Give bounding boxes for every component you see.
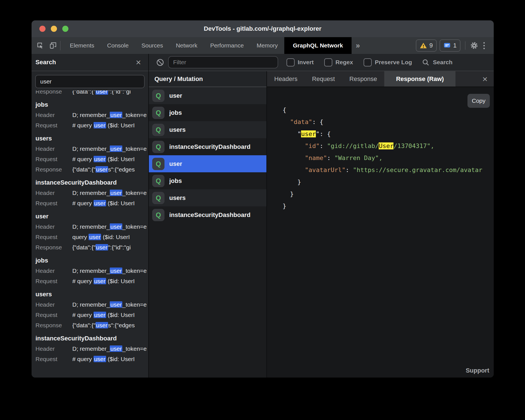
query-row-user-selected[interactable]: Quser — [149, 155, 266, 172]
result-line-label: Header — [35, 299, 72, 310]
invert-checkbox-label: Invert — [298, 59, 314, 66]
result-line-label: Response — [35, 90, 72, 97]
query-list: QuserQjobsQusersQinstanceSecurityDashboa… — [149, 87, 266, 223]
tab-console[interactable]: Console — [101, 37, 135, 54]
search-result-line[interactable]: HeaderD; remember_user_token=e — [35, 188, 148, 198]
toolbar-search-button[interactable]: Search — [422, 59, 452, 66]
tab-memory[interactable]: Memory — [250, 37, 284, 54]
search-result-line[interactable]: Response{"data":{"user":{"id":"gi — [35, 242, 148, 252]
query-row-label: user — [169, 92, 182, 99]
tab-graphql-network[interactable]: GraphQL Network — [284, 37, 352, 54]
preserve-log-checkbox-group[interactable]: Preserve Log — [364, 58, 412, 66]
search-result-line[interactable]: Request# query user ($id: UserI — [35, 354, 148, 364]
text-segment: "gid://gitlab/ — [327, 142, 379, 149]
search-result-group[interactable]: userHeaderD; remember_user_token=eReques… — [35, 211, 148, 252]
invert-checkbox[interactable] — [287, 58, 295, 66]
query-row-jobs[interactable]: Qjobs — [149, 104, 266, 121]
settings-gear-icon[interactable] — [470, 41, 478, 50]
query-row-label: instanceSecurityDashboard — [169, 211, 250, 219]
tab-sources[interactable]: Sources — [135, 37, 170, 54]
search-result-group[interactable]: instanceSecurityDashboardHeaderD; rememb… — [35, 177, 148, 208]
invert-checkbox-group[interactable]: Invert — [287, 58, 314, 66]
filter-toolbar: Invert Regex Preserve Log — [149, 54, 494, 71]
query-row-user[interactable]: Quser — [149, 87, 266, 104]
search-result-group[interactable]: jobsHeaderD; remember_user_token=eReques… — [35, 255, 148, 286]
support-link[interactable]: Support — [466, 367, 489, 374]
search-result-line[interactable]: Request# query user ($id: UserI — [35, 276, 148, 286]
more-tabs-chevron-icon[interactable]: » — [352, 37, 364, 54]
text-segment: "avatarUrl" — [305, 166, 345, 173]
search-result-line[interactable]: HeaderD; remember_user_token=e — [35, 144, 148, 154]
search-result-line[interactable]: Request# query user ($id: UserI — [35, 120, 148, 130]
match-highlight: user — [94, 312, 106, 318]
close-window-button[interactable] — [39, 26, 46, 32]
search-result-line[interactable]: Request# query user ($id: UserI — [35, 310, 148, 320]
search-result-line[interactable]: HeaderD; remember_user_token=e — [35, 110, 148, 120]
messages-badge[interactable]: 1 — [440, 39, 460, 52]
text-segment: ($id: UserI — [101, 234, 130, 240]
search-result-line[interactable]: Response{"data":{"user":{"id":"gi — [35, 90, 148, 97]
search-result-group[interactable]: usersHeaderD; remember_user_token=eReque… — [35, 289, 148, 330]
message-icon — [443, 42, 451, 49]
match-highlight: user — [89, 234, 101, 240]
query-row-users[interactable]: Qusers — [149, 121, 266, 138]
filter-input[interactable] — [168, 56, 278, 68]
search-result-line[interactable]: HeaderD; remember_user_token=e — [35, 221, 148, 232]
query-type-badge: Q — [152, 209, 164, 221]
search-input[interactable] — [35, 75, 145, 88]
search-result-line[interactable]: Requestquery user ($id: UserI — [35, 232, 148, 242]
detail-tab-response[interactable]: Response — [342, 71, 384, 87]
query-row-label: instanceSecurityDashboard — [169, 143, 250, 151]
query-row-instanceSecurityDashboard[interactable]: QinstanceSecurityDashboard — [149, 138, 266, 155]
warnings-badge[interactable]: 9 — [416, 39, 437, 52]
clear-log-icon[interactable] — [156, 58, 164, 66]
result-line-label: Header — [35, 144, 72, 154]
preserve-log-checkbox[interactable] — [364, 58, 372, 66]
search-result-group[interactable]: jobsHeaderD; remember_user_token=eReques… — [35, 99, 148, 130]
query-row-users[interactable]: Qusers — [149, 189, 266, 206]
detail-tab-headers[interactable]: Headers — [267, 71, 305, 87]
text-segment: # query — [72, 156, 94, 162]
text-segment: : — [327, 154, 335, 161]
detail-tab-request[interactable]: Request — [305, 71, 342, 87]
search-panel-close-icon[interactable]: × — [136, 58, 141, 67]
match-highlight: user — [96, 322, 108, 328]
text-segment: : — [319, 142, 327, 149]
text-segment: _token=e — [122, 301, 147, 308]
detail-tab-response-raw-[interactable]: Response (Raw) — [384, 71, 455, 87]
search-result-group[interactable]: usersHeaderD; remember_user_token=eReque… — [35, 133, 148, 175]
match-highlight: user — [96, 244, 108, 250]
tab-performance[interactable]: Performance — [204, 37, 250, 54]
search-result-line[interactable]: HeaderD; remember_user_token=e — [35, 299, 148, 310]
text-segment: "name" — [305, 154, 327, 161]
tab-network[interactable]: Network — [170, 37, 204, 54]
text-segment: ":{"id":"gi — [108, 244, 131, 250]
regex-checkbox-group[interactable]: Regex — [324, 58, 353, 66]
preserve-log-checkbox-label: Preserve Log — [375, 59, 412, 66]
search-result-line[interactable]: Response{"data":{"users":{"edges — [35, 320, 148, 330]
query-row-instanceSecurityDashboard[interactable]: QinstanceSecurityDashboard — [149, 206, 266, 223]
match-highlight: user — [110, 190, 122, 196]
window-controls — [39, 20, 68, 37]
query-row-jobs[interactable]: Qjobs — [149, 172, 266, 189]
text-segment: : { — [312, 118, 323, 125]
search-result-line[interactable]: Response{"data":{"users":{"edges — [35, 164, 148, 175]
search-result-group[interactable]: instanceSecurityDashboardHeaderD; rememb… — [35, 333, 148, 364]
json-line: "name": "Warren Day", — [283, 152, 494, 164]
warnings-count: 9 — [429, 42, 433, 49]
more-options-menu-icon[interactable] — [481, 42, 487, 49]
search-result-line[interactable]: HeaderD; remember_user_token=e — [35, 343, 148, 354]
detail-close-icon[interactable]: × — [482, 75, 488, 83]
inspect-element-icon[interactable] — [36, 41, 44, 50]
search-result-line[interactable]: Request# query user ($id: UserI — [35, 198, 148, 208]
search-result-partial-line[interactable]: Response{"data":{"user":{"id":"gi — [35, 90, 148, 97]
search-result-line[interactable]: Request# query user ($id: UserI — [35, 154, 148, 164]
device-toolbar-icon[interactable] — [49, 41, 57, 50]
regex-checkbox[interactable] — [324, 58, 332, 66]
tab-elements[interactable]: Elements — [63, 37, 101, 54]
search-result-group-title: users — [35, 133, 148, 144]
query-list-panel: Query / Mutation QuserQjobsQusersQinstan… — [149, 71, 267, 378]
search-result-line[interactable]: HeaderD; remember_user_token=e — [35, 266, 148, 276]
minimize-window-button[interactable] — [51, 26, 57, 32]
zoom-window-button[interactable] — [62, 26, 68, 32]
